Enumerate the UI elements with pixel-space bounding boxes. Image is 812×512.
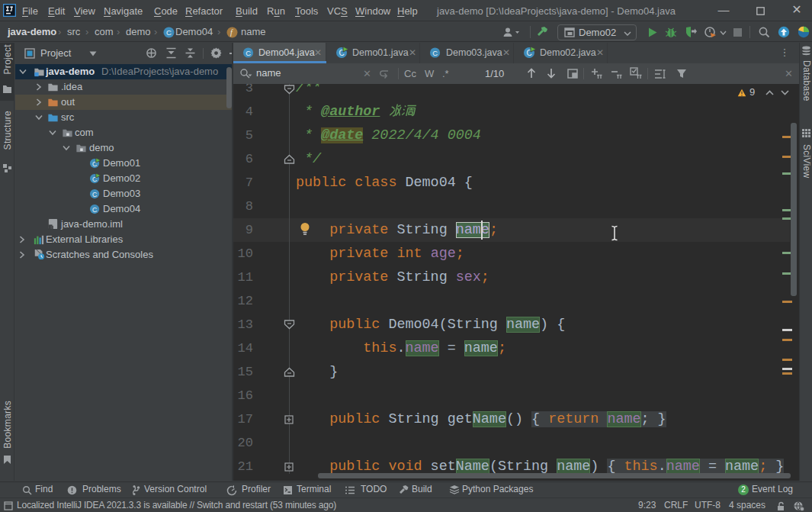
svg-text:C: C — [166, 28, 172, 37]
svg-text:C: C — [92, 191, 97, 198]
svg-text:C: C — [246, 49, 251, 57]
svg-text:C: C — [92, 206, 97, 214]
svg-text:C: C — [432, 49, 438, 57]
